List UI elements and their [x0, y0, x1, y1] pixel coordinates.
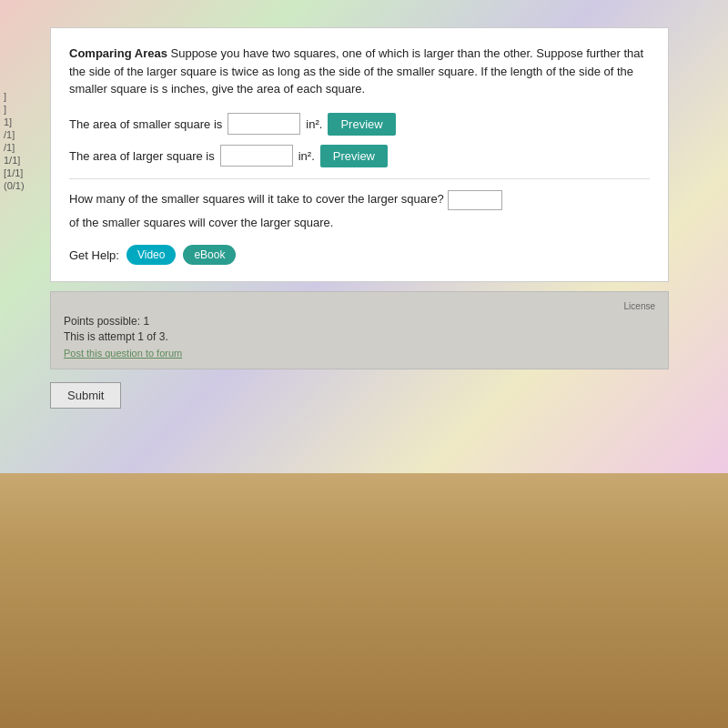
question-input[interactable] — [448, 190, 502, 210]
smaller-preview-button[interactable]: Preview — [328, 113, 395, 136]
attempt-text: This is attempt 1 of 3. — [64, 330, 655, 343]
help-label: Get Help: — [69, 248, 119, 262]
score-item: /1] — [4, 129, 50, 140]
question-row: How many of the smaller squares will it … — [69, 190, 650, 233]
larger-square-row: The area of larger square is in². Previe… — [69, 145, 650, 167]
submit-area: Submit — [50, 382, 121, 409]
laptop-screen: ] ] 1] /1] /1] 1/1] [1/1] (0/1) Comparin… — [0, 0, 728, 473]
larger-preview-button[interactable]: Preview — [320, 145, 388, 167]
score-panel: ] ] 1] /1] /1] 1/1] [1/1] (0/1) — [0, 91, 50, 191]
larger-square-input[interactable] — [220, 145, 293, 167]
smaller-unit-label: in². — [306, 117, 322, 131]
score-item: ] — [4, 104, 50, 115]
question-text-1: How many of the smaller squares will it … — [69, 190, 444, 209]
score-item: /1] — [4, 142, 50, 153]
license-text: License — [64, 301, 655, 311]
problem-title: Comparing Areas Suppose you have two squ… — [69, 45, 650, 98]
forum-link[interactable]: Post this question to forum — [64, 348, 182, 359]
help-row: Get Help: Video eBook — [69, 245, 650, 265]
question-text-2: of the smaller squares will cover the la… — [69, 214, 333, 233]
problem-title-bold: Comparing Areas — [69, 46, 167, 60]
score-item: ] — [4, 91, 50, 102]
smaller-square-input[interactable] — [228, 113, 300, 135]
larger-square-label: The area of larger square is — [69, 149, 215, 163]
video-button[interactable]: Video — [126, 245, 176, 265]
smaller-square-label: The area of smaller square is — [69, 117, 222, 131]
laptop-body: MacBook Air ⊞ F3 ⣿ F4 ⠿ F5 ✦ F6 ◁◁ F7 — [0, 473, 728, 728]
score-item: (0/1) — [4, 180, 50, 191]
score-item: 1/1] — [4, 155, 50, 166]
score-item: [1/1] — [4, 167, 50, 178]
divider — [69, 178, 650, 179]
score-item: 1] — [4, 116, 50, 127]
smaller-square-row: The area of smaller square is in². Previ… — [69, 113, 650, 136]
submit-button[interactable]: Submit — [50, 382, 121, 409]
content-panel: Comparing Areas Suppose you have two squ… — [50, 27, 669, 282]
larger-unit-label: in². — [298, 149, 315, 163]
points-text: Points possible: 1 — [64, 315, 655, 328]
ebook-button[interactable]: eBook — [183, 245, 236, 265]
info-panel: License Points possible: 1 This is attem… — [50, 291, 669, 369]
